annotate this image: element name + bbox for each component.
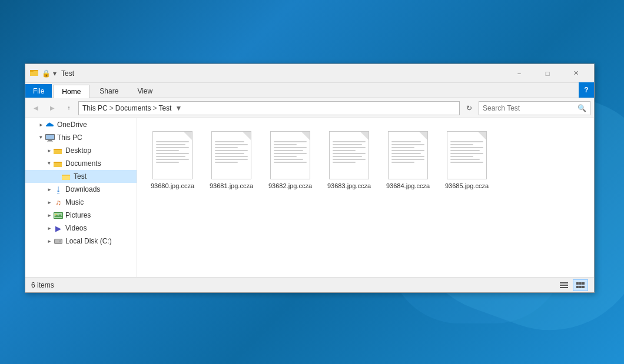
- file-grid: 93680.jpg.ccza 93681.jpg.ccza: [143, 124, 588, 197]
- videos-label: Videos: [65, 224, 87, 232]
- file-name-4: 93684.jpg.ccza: [386, 182, 430, 190]
- sidebar-item-test[interactable]: ► Test: [25, 170, 137, 183]
- file-line: [274, 144, 297, 145]
- svg-rect-15: [62, 175, 65, 176]
- file-item[interactable]: 93682.jpg.ccza: [264, 127, 317, 194]
- file-line: [156, 156, 185, 157]
- file-line: [333, 156, 362, 157]
- music-expand-arrow: ►: [45, 198, 54, 206]
- file-lines-1: [215, 141, 248, 163]
- file-line: [333, 144, 362, 145]
- pictures-icon: [54, 211, 63, 220]
- file-line: [274, 159, 303, 160]
- search-icon[interactable]: 🔍: [577, 104, 586, 112]
- icons-view-button[interactable]: [573, 279, 588, 291]
- file-name-3: 93683.jpg.ccza: [327, 182, 371, 190]
- test-folder-icon: [62, 172, 71, 181]
- file-item[interactable]: 93681.jpg.ccza: [205, 127, 258, 194]
- file-line: [215, 156, 248, 157]
- file-line: [333, 159, 366, 160]
- file-line: [450, 153, 483, 154]
- file-line: [156, 162, 179, 163]
- view-buttons: [556, 279, 588, 291]
- file-item[interactable]: 93684.jpg.ccza: [381, 127, 434, 194]
- this-pc-icon: [45, 133, 55, 142]
- downloads-label: Downloads: [65, 185, 100, 193]
- up-button[interactable]: ↑: [62, 101, 76, 115]
- search-input[interactable]: [483, 104, 577, 112]
- svg-rect-28: [582, 282, 585, 285]
- address-path[interactable]: This PC > Documents > Test ▼: [78, 101, 460, 115]
- back-button[interactable]: ◀: [29, 101, 43, 115]
- item-count: 6 items: [31, 281, 556, 289]
- title-bar: 🔒 ▾ Test − □ ✕: [25, 64, 594, 83]
- file-line: [156, 141, 189, 142]
- file-line: [274, 141, 307, 142]
- test-label: Test: [74, 172, 87, 181]
- svg-rect-4: [46, 135, 54, 139]
- documents-expand-arrow: ►: [45, 159, 54, 168]
- sidebar-item-this-pc[interactable]: ► This PC: [25, 131, 137, 144]
- search-box[interactable]: 🔍: [479, 101, 590, 115]
- title-bar-icon-group: 🔒 ▾: [30, 68, 61, 79]
- file-item[interactable]: 93683.jpg.ccza: [323, 127, 376, 194]
- sidebar-item-pictures[interactable]: ► Pictures: [25, 209, 137, 222]
- file-thumbnail-3: [329, 131, 369, 179]
- file-line: [391, 150, 424, 151]
- music-icon: ♫: [54, 198, 63, 207]
- sidebar-item-music[interactable]: ► ♫ Music: [25, 196, 137, 209]
- music-label: Music: [65, 198, 84, 206]
- file-fold-0: [184, 132, 192, 140]
- file-line: [274, 156, 297, 157]
- title-lock-icon: 🔒: [42, 69, 51, 78]
- forward-button[interactable]: ▶: [45, 101, 59, 115]
- downloads-icon: ⭳: [54, 185, 63, 194]
- file-item[interactable]: 93680.jpg.ccza: [146, 127, 199, 194]
- help-button[interactable]: ?: [579, 82, 594, 98]
- file-line: [450, 156, 473, 157]
- svg-rect-23: [560, 282, 568, 283]
- file-page-5: [447, 131, 487, 179]
- file-line: [156, 150, 179, 151]
- file-line: [450, 150, 480, 151]
- svg-rect-14: [62, 176, 70, 180]
- close-button[interactable]: ✕: [562, 64, 589, 83]
- sidebar: ► OneDrive ► Thi: [25, 118, 137, 277]
- title-new-icon: ▾: [53, 69, 57, 78]
- refresh-button[interactable]: ↻: [462, 101, 476, 115]
- file-line: [450, 147, 483, 148]
- videos-expand-arrow: ►: [45, 224, 54, 232]
- sidebar-item-downloads[interactable]: ► ⭳ Downloads: [25, 183, 137, 196]
- sidebar-item-videos[interactable]: ► ▶ Videos: [25, 222, 137, 235]
- file-lines-5: [450, 141, 483, 163]
- tab-view[interactable]: View: [128, 84, 161, 98]
- file-fold-4: [419, 132, 427, 140]
- path-sep-1: >: [109, 104, 114, 112]
- svg-point-22: [59, 241, 60, 241]
- file-line: [333, 147, 366, 148]
- desktop-folder-icon: [54, 146, 63, 155]
- onedrive-icon: [45, 120, 55, 129]
- sidebar-item-documents[interactable]: ► Documents: [25, 157, 137, 170]
- file-line: [450, 141, 483, 142]
- tab-home[interactable]: Home: [53, 85, 89, 98]
- svg-rect-30: [579, 286, 582, 288]
- sidebar-item-local-disk[interactable]: ► Local Disk (C:): [25, 235, 137, 248]
- sidebar-item-onedrive[interactable]: ► OneDrive: [25, 118, 137, 131]
- file-line: [274, 153, 307, 154]
- details-view-button[interactable]: [556, 279, 572, 291]
- tab-share[interactable]: Share: [91, 84, 127, 98]
- file-name-0: 93680.jpg.ccza: [151, 182, 194, 190]
- downloads-expand-arrow: ►: [45, 185, 54, 193]
- file-line: [391, 156, 424, 157]
- file-fold-5: [478, 132, 486, 140]
- minimize-button[interactable]: −: [506, 64, 533, 83]
- maximize-button[interactable]: □: [534, 64, 561, 83]
- svg-rect-1: [30, 71, 38, 76]
- sidebar-item-desktop[interactable]: ► Desktop: [25, 144, 137, 157]
- file-item[interactable]: 93685.jpg.ccza: [440, 127, 493, 194]
- tab-file[interactable]: File: [25, 84, 52, 98]
- file-line: [450, 162, 483, 163]
- videos-icon: ▶: [54, 223, 63, 233]
- file-line: [333, 141, 366, 142]
